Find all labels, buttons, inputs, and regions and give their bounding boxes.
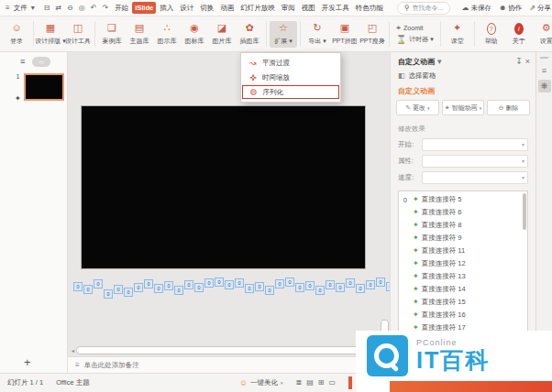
slide-thumbnail[interactable] [24,73,64,101]
animation-item[interactable]: ✦直接连接符 12 [399,257,527,270]
animation-order-badge[interactable]: 0 [376,278,385,287]
tab-view[interactable]: 视图 [299,2,318,15]
animation-order-badge[interactable]: 0 [114,285,123,294]
animation-order-badge[interactable]: 0 [204,278,214,288]
animation-order-badge[interactable]: 0 [356,284,365,293]
animation-item[interactable]: ✦直接连接符 16 [399,309,527,321]
smart-animation-button[interactable]: ✦ 智能动画▾ [442,100,485,115]
animation-order-badge[interactable]: 0 [245,284,254,293]
ribbon-item-ppt-slim[interactable]: ◰PPT瘦身 [359,21,386,48]
ribbon-item-theme-library[interactable]: ▤主题库 [126,21,153,48]
main-menu-icon[interactable]: ≡ [6,5,10,12]
animation-list[interactable]: 0✦直接连接符 5✦直接连接符 6✦直接连接符 8✦直接连接符 9✦直接连接符 … [398,191,528,341]
field-select-start[interactable]: ▾ [422,138,528,151]
tab-insert[interactable]: 插入 [157,2,176,15]
animation-order-badge[interactable]: 0 [255,282,264,291]
animation-order-badge[interactable]: 0 [336,283,345,292]
thumbnail-toggle[interactable]: ▭ [32,57,50,67]
field-select-property[interactable]: ▾ [422,155,528,168]
notes-panel-icon[interactable]: ≣ [295,379,302,387]
menu-item-time-zoom[interactable]: ✜时间缩放 [241,71,340,85]
tab-transition[interactable]: 切换 [197,2,216,15]
undo-icon[interactable]: ↶ [91,5,97,12]
ribbon-item-classroom[interactable]: ✦课堂 [444,21,471,48]
file-menu-caret-icon[interactable]: ▾ [31,5,35,12]
outline-view-icon[interactable]: ≡ [20,58,25,66]
animation-order-badge[interactable]: 0 [275,279,284,289]
slide-editing-area[interactable] [81,105,366,269]
normal-view-icon[interactable]: ▤ [306,379,314,387]
collaborate[interactable]: ☻协作 [499,4,522,13]
tab-design[interactable]: 设计 [177,2,196,15]
animation-item[interactable]: ✦直接连接符 14 [399,283,527,296]
panel-drag-handle[interactable] [540,57,548,59]
animation-order-badge[interactable]: 0 [184,280,193,289]
animation-item[interactable]: ✦直接连接符 8 [399,219,527,232]
preview-icon[interactable]: ◎ [79,5,85,12]
animation-order-badge[interactable]: 0 [164,281,173,290]
ribbon-item-icon-library[interactable]: ◉图标库 [181,21,208,48]
animation-order-badge[interactable]: 0 [174,286,183,295]
menu-item-smooth-transition[interactable]: ↝平滑过渡 [241,56,340,71]
tab-review[interactable]: 审阅 [279,2,298,15]
reading-view-icon[interactable]: ▭ [328,379,336,387]
horizontal-scroll-thumb[interactable] [76,346,372,354]
animation-tab[interactable]: ❋ [538,80,551,93]
animation-order-badge[interactable]: 0 [305,281,315,290]
animation-order-badge[interactable]: 0 [194,283,204,292]
change-animation-button[interactable]: ✎ 更改▾ [396,100,439,115]
ribbon-item-login[interactable]: ☺登录 [3,21,30,48]
new-slide-button[interactable]: + [24,355,31,369]
tab-home[interactable]: 开始 [112,2,131,15]
ribbon-item-settings[interactable]: ⚙设置 [533,21,552,48]
animation-order-badge[interactable]: 0 [366,280,375,289]
field-select-speed[interactable]: ▾ [422,171,528,184]
slide-sorter-icon[interactable]: ⊞ [318,379,325,387]
print-icon[interactable]: ⊖ [67,5,73,12]
beautify-button[interactable]: ☺ 一键美化 ▾ [239,378,283,387]
animation-order-badge[interactable]: 0 [315,286,325,295]
save-status[interactable]: ☁未保存 [461,4,491,13]
animation-item[interactable]: 0✦直接连接符 5 [399,193,527,206]
ribbon-item-help[interactable]: ?帮助 [478,21,505,48]
select-pane-button[interactable]: ◧ 选择窗格 [391,70,535,82]
animation-order-badge[interactable]: 0 [285,278,294,287]
ribbon-item-export[interactable]: ↻导出 ▾ [304,21,331,48]
ribbon-item-picture-library[interactable]: ◪图片库 [208,21,236,48]
animation-order-badge[interactable]: 0 [94,279,103,289]
theme-name[interactable]: Office 主题 [56,378,90,387]
close-panel-icon[interactable]: × [525,58,530,66]
list-scrollbar[interactable] [523,193,526,230]
animation-order-badge[interactable]: 0 [154,284,163,293]
animation-order-badge[interactable]: 0 [144,279,153,289]
animation-order-badge[interactable]: 0 [265,286,274,295]
animation-item[interactable]: ✦直接连接符 11 [399,245,527,257]
ribbon-item-about[interactable]: i关于 [505,21,533,48]
output-icon[interactable]: ⇄ [55,5,61,12]
animation-order-badge[interactable]: 0 [104,289,113,299]
share[interactable]: ⇗分享 [529,4,551,13]
animation-order-badge[interactable]: 0 [73,282,83,291]
tab-dev-tools[interactable]: 开发工具 [319,2,352,15]
save-icon[interactable]: ⊟ [44,5,50,12]
delete-animation-button[interactable]: ⊖ 删除 [487,100,530,115]
panel-title-caret-icon[interactable]: ▾ [437,58,442,66]
tab-special-features[interactable]: 特色功能 [353,2,386,15]
animation-order-badge[interactable]: 0 [235,278,244,288]
scroll-left-icon[interactable]: ◂ [72,347,74,354]
horizontal-scrollbar[interactable]: ◂ ▸ [72,346,377,354]
ribbon-item-case-library[interactable]: ❏案例库 [98,21,126,48]
animation-item[interactable]: ✦直接连接符 6 [399,206,527,219]
slide-thumbnail-item[interactable]: 1 ✦ [0,73,67,103]
animation-order-badge[interactable]: 0 [346,278,355,288]
ribbon-item-design-tools[interactable]: ◫设计工具 [64,21,92,48]
file-menu[interactable]: 文件 [14,4,28,13]
menu-item-serialize[interactable]: ◍序列化 [242,85,339,99]
ribbon-item-illustration-library[interactable]: ✿插图库 [236,21,263,48]
ribbon-item-zoomit-timer[interactable]: ⌖Zoomit⌛计时器 ▾ [392,24,437,44]
animation-order-badge[interactable]: 0 [215,278,224,287]
animation-order-badge[interactable]: 0 [295,283,304,292]
animation-order-badge[interactable]: 0 [83,285,93,294]
tab-animation[interactable]: 动画 [217,2,237,15]
animation-order-badge[interactable]: 0 [134,283,143,292]
